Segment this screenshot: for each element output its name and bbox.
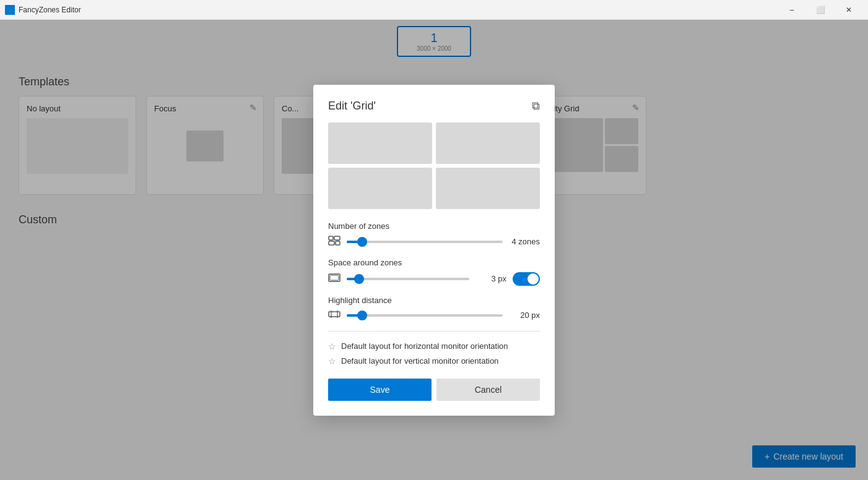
space-toggle-thumb (527, 273, 539, 285)
minimize-button[interactable]: – (778, 0, 806, 20)
zones-icon (328, 236, 341, 248)
space-label: Space around zones (328, 258, 540, 267)
svg-rect-5 (330, 275, 339, 280)
highlight-row: 20 px (328, 310, 540, 321)
cancel-button[interactable]: Cancel (436, 379, 540, 401)
highlight-icon (328, 310, 341, 321)
title-bar-left: FancyZones Editor (5, 5, 81, 15)
zones-slider-thumb[interactable] (357, 237, 367, 247)
space-slider[interactable] (347, 278, 469, 280)
zones-row: 4 zones (328, 236, 540, 248)
modal-grid-cell-2 (436, 122, 540, 164)
star-horizontal-icon: ☆ (328, 341, 336, 351)
edit-modal: Edit 'Grid' ⧉ Number of zones (313, 85, 555, 416)
space-toggle[interactable] (513, 272, 540, 286)
maximize-button[interactable]: ⬜ (806, 0, 835, 20)
space-row: 3 px (328, 272, 540, 286)
space-slider-thumb[interactable] (354, 274, 364, 284)
default-vertical-label: Default layout for vertical monitor orie… (341, 356, 498, 366)
modal-grid-cell-3 (328, 168, 432, 209)
modal-grid-cell-1 (328, 122, 432, 164)
highlight-value: 20 px (509, 311, 540, 320)
default-horizontal-option[interactable]: ☆ Default layout for horizontal monitor … (328, 341, 540, 351)
modal-grid-preview (328, 122, 540, 209)
svg-rect-2 (329, 241, 334, 245)
modal-buttons: Save Cancel (328, 379, 540, 401)
app-icon (5, 5, 15, 15)
save-button[interactable]: Save (328, 379, 432, 401)
default-options: ☆ Default layout for horizontal monitor … (328, 341, 540, 366)
space-icon (328, 273, 341, 285)
svg-rect-0 (329, 236, 333, 240)
default-vertical-option[interactable]: ☆ Default layout for vertical monitor or… (328, 356, 540, 366)
space-value: 3 px (475, 274, 506, 283)
main-content: 1 3000 × 2000 Templates No layout Focus … (0, 20, 868, 480)
default-horizontal-label: Default layout for horizontal monitor or… (341, 341, 508, 351)
zones-value: 4 zones (509, 237, 540, 246)
app-title: FancyZones Editor (19, 6, 81, 14)
close-button[interactable]: ✕ (835, 0, 863, 20)
title-bar: FancyZones Editor – ⬜ ✕ (0, 0, 868, 20)
modal-overlay: Edit 'Grid' ⧉ Number of zones (0, 20, 868, 480)
highlight-label: Highlight distance (328, 296, 540, 305)
modal-header: Edit 'Grid' ⧉ (328, 100, 540, 113)
star-vertical-icon: ☆ (328, 356, 336, 366)
svg-rect-1 (334, 236, 340, 240)
svg-rect-6 (329, 312, 340, 317)
zones-label: Number of zones (328, 221, 540, 231)
title-bar-controls: – ⬜ ✕ (778, 0, 863, 20)
modal-grid-cell-4 (436, 168, 540, 209)
modal-title: Edit 'Grid' (328, 100, 376, 113)
highlight-slider-thumb[interactable] (357, 311, 367, 320)
modal-divider (328, 331, 540, 332)
modal-copy-icon[interactable]: ⧉ (532, 100, 540, 113)
zones-slider[interactable] (347, 241, 503, 243)
svg-rect-3 (336, 241, 340, 245)
highlight-slider[interactable] (347, 314, 503, 317)
